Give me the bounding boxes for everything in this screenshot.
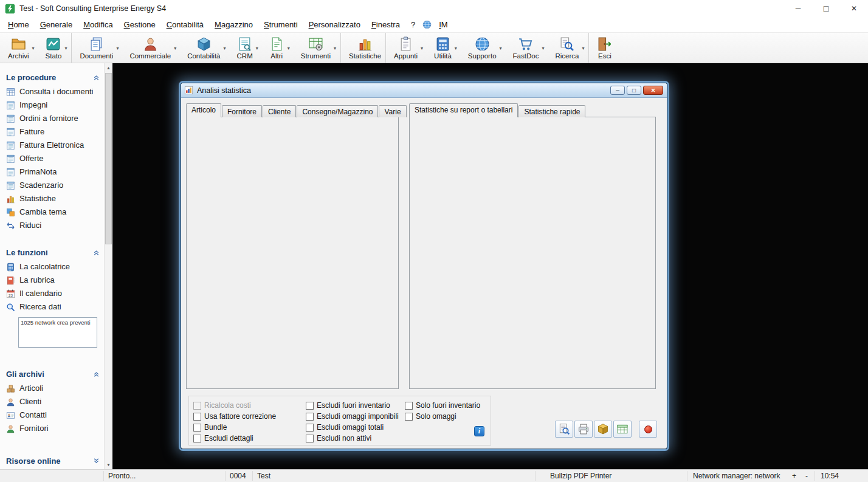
menu-item[interactable]: Home — [2, 18, 35, 32]
sidebar-item[interactable]: Clienti — [6, 395, 102, 408]
window-titlebar[interactable]: Test - Soft Consulting Enterprise Energy… — [0, 0, 868, 17]
checkbox[interactable]: Escludi non attivi — [306, 433, 399, 444]
checkbox-box[interactable] — [306, 435, 314, 442]
sidebar-item[interactable]: Riduci — [6, 219, 102, 232]
chevron-down-icon[interactable] — [224, 46, 226, 51]
checkbox[interactable]: Escludi omaggi totali — [306, 422, 399, 433]
chevron-down-icon[interactable] — [32, 46, 35, 51]
sidebar-item[interactable]: Scadenzario — [6, 179, 102, 192]
chevron-down-icon[interactable] — [256, 46, 258, 51]
dialog-maximize-button[interactable] — [627, 86, 641, 95]
chevron-down-icon[interactable] — [421, 46, 423, 51]
sidebar-section-procedures[interactable]: Le procedure — [6, 73, 100, 82]
toolbar-button-main[interactable]: Esci — [597, 36, 612, 60]
toolbar-button[interactable]: Ricerca — [548, 33, 589, 63]
sidebar-item[interactable]: Fatture — [6, 125, 102, 139]
checkbox[interactable]: Ricalcola costi — [193, 400, 276, 411]
toolbar-button-main[interactable]: Strumenti — [301, 36, 331, 60]
scroll-up-icon[interactable] — [105, 64, 112, 72]
sidebar-item[interactable]: PrimaNota — [6, 165, 102, 179]
sidebar-item[interactable]: Fattura Elettronica — [6, 139, 102, 152]
toolbar-button[interactable]: Archivi — [1, 33, 39, 63]
toolbar-button-main[interactable]: Utilità — [434, 36, 452, 60]
dialog-close-button[interactable] — [643, 86, 663, 95]
toolbar-button-main[interactable]: Archivi — [8, 36, 29, 60]
chevron-down-icon[interactable] — [500, 46, 502, 51]
scrollbar-track[interactable] — [105, 72, 112, 461]
checkbox[interactable]: Usa fattore correzione — [193, 411, 276, 422]
chevrons-up-icon[interactable] — [92, 249, 100, 256]
menu-item[interactable]: Generale — [35, 18, 78, 32]
toolbar-button-main[interactable]: FastDoc — [513, 36, 539, 60]
menu-item[interactable]: Gestione — [119, 18, 161, 32]
sidebar-item[interactable]: Cambia tema — [6, 205, 102, 219]
toolbar-button[interactable]: Supporto — [461, 33, 506, 63]
sidebar-item[interactable]: La rubrica — [6, 274, 102, 287]
filter-tab[interactable]: Cliente — [263, 105, 296, 117]
toolbar-button[interactable]: Esci — [590, 33, 616, 63]
checkbox[interactable]: Escludi omaggi imponibili — [306, 411, 399, 422]
sidebar-section-archives[interactable]: Gli archivi — [6, 370, 100, 379]
chevrons-up-icon[interactable] — [92, 74, 100, 81]
sidebar-item[interactable]: Impegni — [6, 98, 102, 112]
checkbox[interactable]: Bundle — [193, 422, 276, 433]
minimize-button[interactable] — [784, 0, 812, 17]
chevrons-down-icon[interactable] — [92, 457, 100, 465]
checkbox-box[interactable] — [193, 424, 201, 432]
checkbox-box[interactable] — [405, 402, 413, 410]
sidebar-item[interactable]: Ricerca dati — [6, 300, 102, 314]
preview-button[interactable] — [555, 421, 573, 438]
chevron-down-icon[interactable] — [455, 46, 457, 51]
checkbox-box[interactable] — [193, 413, 201, 421]
sidebar-item[interactable]: Offerte — [6, 152, 102, 165]
toolbar-button[interactable]: Strumenti — [294, 33, 341, 63]
sidebar-item[interactable]: Contatti — [6, 408, 102, 422]
toolbar-button[interactable]: Appunti — [387, 33, 427, 63]
print-button[interactable] — [574, 421, 593, 438]
sidebar-section-online[interactable]: Risorse online — [6, 456, 100, 466]
toolbar-button-main[interactable]: Supporto — [468, 36, 497, 60]
toolbar-button-main[interactable]: Statistiche — [349, 36, 381, 60]
scroll-down-icon[interactable] — [105, 461, 112, 469]
sidebar-item[interactable]: Ordini a fornitore — [6, 112, 102, 125]
checkbox[interactable]: Solo omaggi — [405, 411, 480, 422]
zoom-out-button[interactable]: - — [805, 472, 808, 480]
statistics-tab[interactable]: Statistiche su report o tabellari — [409, 103, 518, 117]
checkbox-box[interactable] — [193, 435, 201, 442]
toolbar-button[interactable]: Documenti — [73, 33, 123, 63]
toolbar-button-main[interactable]: Stato — [46, 36, 62, 60]
checkbox[interactable]: Escludi dettagli — [193, 433, 276, 444]
sidebar-item[interactable]: Il calendario — [6, 287, 102, 300]
checkbox-box[interactable] — [306, 413, 314, 421]
sidebar-item[interactable]: Articoli — [6, 382, 102, 395]
globe-icon[interactable] — [422, 20, 432, 29]
menu-item[interactable]: Strumenti — [258, 18, 303, 32]
chevron-down-icon[interactable] — [542, 46, 544, 51]
checkbox-box[interactable] — [193, 402, 201, 410]
menu-item[interactable]: Magazzino — [209, 18, 258, 32]
chevrons-up-icon[interactable] — [92, 370, 100, 378]
filter-tab[interactable]: Varie — [379, 105, 406, 117]
filter-tab[interactable]: Fornitore — [222, 105, 262, 117]
menu-item-im[interactable]: IM — [433, 18, 453, 32]
sidebar-item[interactable]: Statistiche — [6, 192, 102, 205]
chevron-down-icon[interactable] — [334, 46, 336, 51]
filter-tab[interactable]: Articolo — [186, 103, 221, 117]
menu-item[interactable]: Contabilità — [161, 18, 209, 32]
checkbox[interactable]: Escludi fuori inventario — [306, 400, 399, 411]
chevron-down-icon[interactable] — [174, 46, 176, 51]
chevron-down-icon[interactable] — [582, 46, 584, 51]
maximize-button[interactable] — [812, 0, 840, 17]
toolbar-button-main[interactable]: Appunti — [394, 36, 418, 60]
dialog-minimize-button[interactable] — [610, 86, 625, 95]
dialog-titlebar[interactable]: Analisi statistica — [181, 83, 667, 98]
toolbar-button-main[interactable]: Documenti — [80, 36, 113, 60]
checkbox-box[interactable] — [306, 424, 314, 432]
filter-tab[interactable]: Consegne/Magazzino — [297, 105, 378, 117]
checkbox-box[interactable] — [405, 413, 413, 421]
toolbar-button[interactable]: Commerciale — [123, 33, 181, 63]
status-printer[interactable]: Bullzip PDF Printer — [550, 472, 611, 480]
checkbox-box[interactable] — [306, 402, 314, 410]
toolbar-button[interactable]: Stato — [39, 33, 72, 63]
sidebar-item[interactable]: La calcolatrice — [6, 260, 102, 274]
